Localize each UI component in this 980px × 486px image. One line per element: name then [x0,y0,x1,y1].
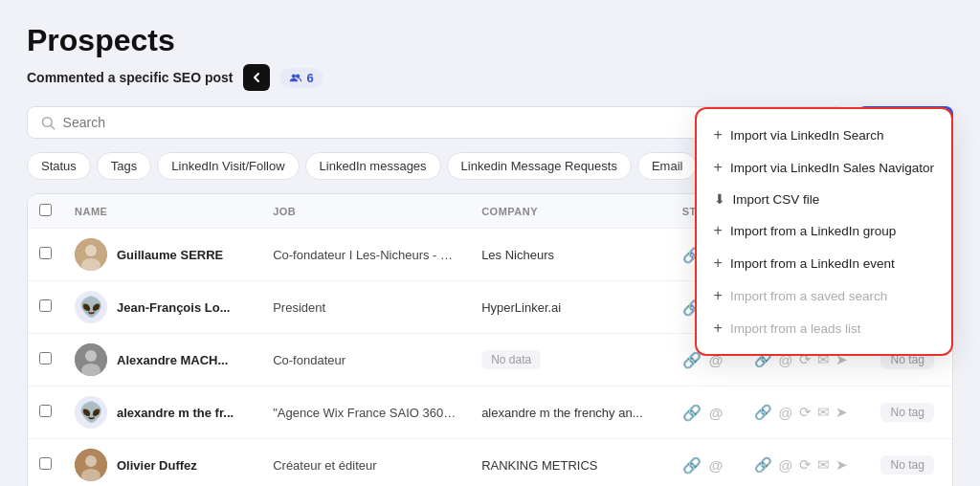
link-icon[interactable]: 🔗 [754,404,772,421]
actions-cell: 🔗 @ ⟳ ✉ ➤ [743,439,869,487]
svg-line-3 [51,125,54,128]
dropdown-item-0[interactable]: +Import via LinkedIn Search [697,119,951,151]
avatar: 👽 [75,396,107,429]
svg-point-0 [291,75,295,78]
col-company: COMPANY [470,194,671,229]
send-icon[interactable]: ➤ [835,404,848,421]
send-icon[interactable]: ➤ [835,456,848,474]
subtitle-row: Commented a specific SEO post 6 [27,64,953,91]
row-checkbox[interactable] [39,247,52,259]
refresh-icon[interactable]: ⟳ [799,404,812,421]
dropdown-item-1[interactable]: +Import via LinkedIn Sales Navigator [697,151,951,184]
status-cell: 🔗 @ [671,387,744,439]
link-icon[interactable]: 🔗 [754,456,772,474]
link-status-icon[interactable]: 🔗 [682,456,702,475]
name-cell: Guillaume SERRE [63,229,261,281]
svg-point-11 [85,455,97,467]
col-job: JOB [261,194,470,229]
email-icon[interactable]: @ [778,405,792,421]
no-tag-badge: No tag [880,403,933,422]
tag-cell: No tag [869,387,952,439]
dropdown-item-label: Import from a LinkedIn group [730,224,896,238]
name-cell: Alexandre MACH... [63,334,261,387]
plus-icon: + [714,126,723,144]
dropdown-item-label: Import from a saved search [730,289,887,303]
svg-point-8 [85,350,97,362]
company-cell: alexandre m the frenchy an... [470,387,671,439]
row-checkbox-cell [28,334,63,387]
at-status-icon[interactable]: @ [709,457,724,474]
job-cell: Créateur et éditeur [261,439,470,487]
row-checkbox-cell [28,439,63,487]
search-icon [41,116,56,130]
svg-point-5 [85,245,97,256]
tag-cell: No tag [869,439,952,487]
company-cell: RANKING METRICS [470,439,671,487]
tab-linkedin-visit[interactable]: LinkedIn Visit/Follow [157,152,299,180]
avatar [75,238,107,271]
avatar: 👽 [75,291,107,323]
tab-email[interactable]: Email [637,152,698,180]
actions-cell: 🔗 @ ⟳ ✉ ➤ [743,387,869,439]
dropdown-item-3[interactable]: +Import from a LinkedIn group [697,214,951,247]
row-checkbox[interactable] [39,299,52,312]
col-name: NAME [63,194,261,229]
back-arrow-icon[interactable] [243,64,270,91]
job-cell: Co-fondateur [261,334,470,387]
job-cell: "Agence Wix France SAIO 360 "alexandre .… [261,387,470,439]
job-cell: Co-fondateur I Les-Nicheurs - Devenez la… [261,229,470,281]
dropdown-item-6: +Import from a leads list [697,312,951,344]
count-badge: 6 [279,68,323,88]
envelope-icon[interactable]: ✉ [817,404,830,421]
select-all-checkbox[interactable] [39,204,52,216]
envelope-icon[interactable]: ✉ [817,456,830,474]
dropdown-item-label: Import via LinkedIn Sales Navigator [730,161,934,175]
name-cell: 👽Jean-François Lo... [63,281,261,334]
people-icon [289,71,302,84]
tab-linkedin-messages[interactable]: LinkedIn messages [305,152,441,180]
download-icon: ⬇ [714,191,725,207]
table-row: Olivier DuffezCréateur et éditeurRANKING… [28,439,952,487]
name-cell: Olivier Duffez [63,439,261,487]
row-checkbox[interactable] [39,352,52,364]
plus-icon: + [714,320,723,337]
plus-icon: + [714,222,723,239]
company-cell: No data [470,334,671,387]
plus-icon: + [714,287,723,304]
company-cell: Les Nicheurs [470,229,671,281]
row-checkbox-cell [28,229,63,281]
subtitle-text: Commented a specific SEO post [27,70,234,85]
dropdown-item-4[interactable]: +Import from a LinkedIn event [697,247,951,279]
table-row: 👽alexandre m the fr..."Agence Wix France… [28,387,952,439]
plus-icon: + [714,254,723,272]
page-title: Prospects [27,23,953,58]
dropdown-item-label: Import from a LinkedIn event [730,256,895,271]
at-status-icon[interactable]: @ [709,405,724,421]
avatar [75,449,107,481]
plus-icon: + [714,159,723,176]
tab-status[interactable]: Status [27,152,91,180]
tab-tags[interactable]: Tags [97,152,151,180]
dropdown-item-5: +Import from a saved search [697,279,951,312]
email-icon[interactable]: @ [778,457,792,474]
no-data-badge: No data [481,350,541,369]
row-checkbox[interactable] [39,457,52,470]
row-checkbox[interactable] [39,405,52,417]
import-dropdown-menu: +Import via LinkedIn Search+Import via L… [695,107,953,356]
job-cell: President [261,281,470,334]
dropdown-item-label: Import CSV file [733,192,820,207]
select-all-col [28,194,63,229]
company-cell: HyperLinker.ai [470,281,671,334]
dropdown-item-2[interactable]: ⬇Import CSV file [697,184,951,214]
dropdown-item-label: Import from a leads list [730,321,861,336]
svg-point-1 [296,75,300,78]
avatar [75,343,107,376]
row-checkbox-cell [28,281,63,334]
dropdown-item-label: Import via LinkedIn Search [730,128,884,143]
refresh-icon[interactable]: ⟳ [799,456,812,474]
row-checkbox-cell [28,387,63,439]
no-tag-badge: No tag [880,455,933,475]
link-status-icon[interactable]: 🔗 [682,404,702,422]
name-cell: 👽alexandre m the fr... [63,387,261,439]
tab-linkedin-requests[interactable]: Linkedin Message Requests [447,152,632,180]
